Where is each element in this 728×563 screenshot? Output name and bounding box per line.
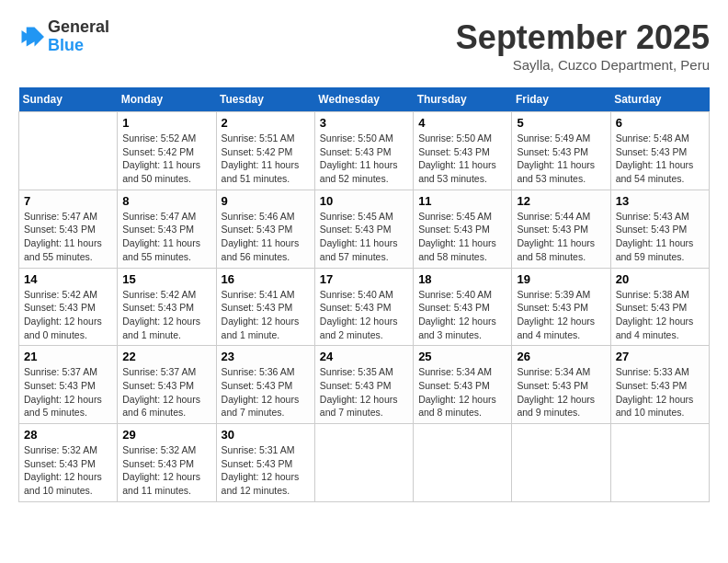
week-row-5: 28Sunrise: 5:32 AMSunset: 5:43 PMDayligh… <box>19 424 710 502</box>
calendar-cell: 18Sunrise: 5:40 AMSunset: 5:43 PMDayligh… <box>414 268 512 346</box>
cell-info: Sunrise: 5:43 AMSunset: 5:43 PMDaylight:… <box>616 210 704 264</box>
logo-text: General Blue <box>48 18 109 55</box>
day-number: 26 <box>517 350 605 363</box>
calendar-cell: 6Sunrise: 5:48 AMSunset: 5:43 PMDaylight… <box>610 112 709 190</box>
cell-info: Sunrise: 5:50 AMSunset: 5:43 PMDaylight:… <box>418 132 506 186</box>
location-subtitle: Saylla, Cuzco Department, Peru <box>456 57 710 73</box>
cell-info: Sunrise: 5:37 AMSunset: 5:43 PMDaylight:… <box>122 365 210 419</box>
calendar-cell: 2Sunrise: 5:51 AMSunset: 5:42 PMDaylight… <box>216 112 314 190</box>
cell-info: Sunrise: 5:42 AMSunset: 5:43 PMDaylight:… <box>122 288 210 342</box>
calendar-cell: 5Sunrise: 5:49 AMSunset: 5:43 PMDaylight… <box>512 112 610 190</box>
day-number: 9 <box>222 194 310 208</box>
col-tuesday: Tuesday <box>216 87 314 112</box>
cell-info: Sunrise: 5:45 AMSunset: 5:43 PMDaylight:… <box>418 210 506 264</box>
cell-info: Sunrise: 5:34 AMSunset: 5:43 PMDaylight:… <box>418 365 506 419</box>
week-row-2: 7Sunrise: 5:47 AMSunset: 5:43 PMDaylight… <box>19 190 710 268</box>
cell-info: Sunrise: 5:52 AMSunset: 5:42 PMDaylight:… <box>122 132 210 186</box>
day-number: 14 <box>24 272 112 286</box>
calendar-cell: 24Sunrise: 5:35 AMSunset: 5:43 PMDayligh… <box>314 346 413 424</box>
calendar-cell: 19Sunrise: 5:39 AMSunset: 5:43 PMDayligh… <box>512 268 610 346</box>
calendar-cell: 10Sunrise: 5:45 AMSunset: 5:43 PMDayligh… <box>314 190 413 268</box>
header-row: Sunday Monday Tuesday Wednesday Thursday… <box>19 87 710 112</box>
cell-info: Sunrise: 5:47 AMSunset: 5:43 PMDaylight:… <box>122 210 210 264</box>
col-saturday: Saturday <box>610 87 709 112</box>
day-number: 12 <box>517 194 605 208</box>
day-number: 16 <box>222 272 310 286</box>
day-number: 19 <box>517 272 605 286</box>
cell-info: Sunrise: 5:44 AMSunset: 5:43 PMDaylight:… <box>517 210 605 264</box>
day-number: 30 <box>222 428 310 442</box>
calendar-cell: 13Sunrise: 5:43 AMSunset: 5:43 PMDayligh… <box>610 190 709 268</box>
day-number: 15 <box>122 272 210 286</box>
calendar-cell: 25Sunrise: 5:34 AMSunset: 5:43 PMDayligh… <box>414 346 512 424</box>
day-number: 8 <box>122 194 210 208</box>
day-number: 1 <box>122 116 210 130</box>
cell-info: Sunrise: 5:36 AMSunset: 5:43 PMDaylight:… <box>222 365 310 419</box>
cell-info: Sunrise: 5:49 AMSunset: 5:43 PMDaylight:… <box>517 132 605 186</box>
calendar-cell: 27Sunrise: 5:33 AMSunset: 5:43 PMDayligh… <box>610 346 709 424</box>
calendar-cell <box>314 424 413 502</box>
calendar-cell: 3Sunrise: 5:50 AMSunset: 5:43 PMDaylight… <box>314 112 413 190</box>
cell-info: Sunrise: 5:50 AMSunset: 5:43 PMDaylight:… <box>320 132 408 186</box>
calendar-cell: 29Sunrise: 5:32 AMSunset: 5:43 PMDayligh… <box>118 424 216 502</box>
cell-info: Sunrise: 5:32 AMSunset: 5:43 PMDaylight:… <box>122 443 210 498</box>
calendar-cell: 4Sunrise: 5:50 AMSunset: 5:43 PMDaylight… <box>414 112 512 190</box>
day-number: 27 <box>616 350 704 363</box>
calendar-cell: 11Sunrise: 5:45 AMSunset: 5:43 PMDayligh… <box>414 190 512 268</box>
cell-info: Sunrise: 5:39 AMSunset: 5:43 PMDaylight:… <box>517 288 605 342</box>
cell-info: Sunrise: 5:35 AMSunset: 5:43 PMDaylight:… <box>320 365 408 419</box>
week-row-3: 14Sunrise: 5:42 AMSunset: 5:43 PMDayligh… <box>19 268 710 346</box>
day-number: 18 <box>418 272 506 286</box>
day-number: 3 <box>320 116 408 130</box>
day-number: 2 <box>222 116 310 130</box>
cell-info: Sunrise: 5:31 AMSunset: 5:43 PMDaylight:… <box>222 443 310 498</box>
calendar-cell: 23Sunrise: 5:36 AMSunset: 5:43 PMDayligh… <box>216 346 314 424</box>
calendar-cell <box>414 424 512 502</box>
cell-info: Sunrise: 5:41 AMSunset: 5:43 PMDaylight:… <box>222 288 310 342</box>
calendar-cell: 20Sunrise: 5:38 AMSunset: 5:43 PMDayligh… <box>610 268 709 346</box>
day-number: 17 <box>320 272 408 286</box>
calendar-body: 1Sunrise: 5:52 AMSunset: 5:42 PMDaylight… <box>19 112 710 502</box>
cell-info: Sunrise: 5:40 AMSunset: 5:43 PMDaylight:… <box>418 288 506 342</box>
cell-info: Sunrise: 5:34 AMSunset: 5:43 PMDaylight:… <box>517 365 605 419</box>
calendar-cell: 7Sunrise: 5:47 AMSunset: 5:43 PMDaylight… <box>19 190 118 268</box>
calendar-cell: 15Sunrise: 5:42 AMSunset: 5:43 PMDayligh… <box>118 268 216 346</box>
calendar-cell: 22Sunrise: 5:37 AMSunset: 5:43 PMDayligh… <box>118 346 216 424</box>
calendar-cell: 28Sunrise: 5:32 AMSunset: 5:43 PMDayligh… <box>19 424 118 502</box>
day-number: 13 <box>616 194 704 208</box>
col-friday: Friday <box>512 87 610 112</box>
day-number: 25 <box>418 350 506 363</box>
calendar-cell <box>19 112 118 190</box>
calendar-header: Sunday Monday Tuesday Wednesday Thursday… <box>19 87 710 112</box>
calendar-table: Sunday Monday Tuesday Wednesday Thursday… <box>18 87 710 502</box>
month-title: September 2025 <box>456 18 710 57</box>
calendar-cell: 21Sunrise: 5:37 AMSunset: 5:43 PMDayligh… <box>19 346 118 424</box>
title-area: September 2025 Saylla, Cuzco Department,… <box>456 18 710 73</box>
day-number: 11 <box>418 194 506 208</box>
calendar-cell: 9Sunrise: 5:46 AMSunset: 5:43 PMDaylight… <box>216 190 314 268</box>
cell-info: Sunrise: 5:40 AMSunset: 5:43 PMDaylight:… <box>320 288 408 342</box>
cell-info: Sunrise: 5:46 AMSunset: 5:43 PMDaylight:… <box>222 210 310 264</box>
day-number: 6 <box>616 116 704 130</box>
calendar-cell <box>610 424 709 502</box>
calendar-cell: 26Sunrise: 5:34 AMSunset: 5:43 PMDayligh… <box>512 346 610 424</box>
day-number: 5 <box>517 116 605 130</box>
calendar-cell: 1Sunrise: 5:52 AMSunset: 5:42 PMDaylight… <box>118 112 216 190</box>
day-number: 28 <box>24 428 112 442</box>
col-sunday: Sunday <box>19 87 118 112</box>
logo-line1: General <box>48 18 109 37</box>
cell-info: Sunrise: 5:45 AMSunset: 5:43 PMDaylight:… <box>320 210 408 264</box>
cell-info: Sunrise: 5:47 AMSunset: 5:43 PMDaylight:… <box>24 210 112 264</box>
cell-info: Sunrise: 5:37 AMSunset: 5:43 PMDaylight:… <box>24 365 112 419</box>
week-row-4: 21Sunrise: 5:37 AMSunset: 5:43 PMDayligh… <box>19 346 710 424</box>
cell-info: Sunrise: 5:32 AMSunset: 5:43 PMDaylight:… <box>24 443 112 498</box>
calendar-cell <box>512 424 610 502</box>
calendar-cell: 30Sunrise: 5:31 AMSunset: 5:43 PMDayligh… <box>216 424 314 502</box>
day-number: 21 <box>24 350 112 363</box>
day-number: 10 <box>320 194 408 208</box>
col-wednesday: Wednesday <box>314 87 413 112</box>
day-number: 29 <box>122 428 210 442</box>
week-row-1: 1Sunrise: 5:52 AMSunset: 5:42 PMDaylight… <box>19 112 710 190</box>
cell-info: Sunrise: 5:48 AMSunset: 5:43 PMDaylight:… <box>616 132 704 186</box>
day-number: 22 <box>122 350 210 363</box>
